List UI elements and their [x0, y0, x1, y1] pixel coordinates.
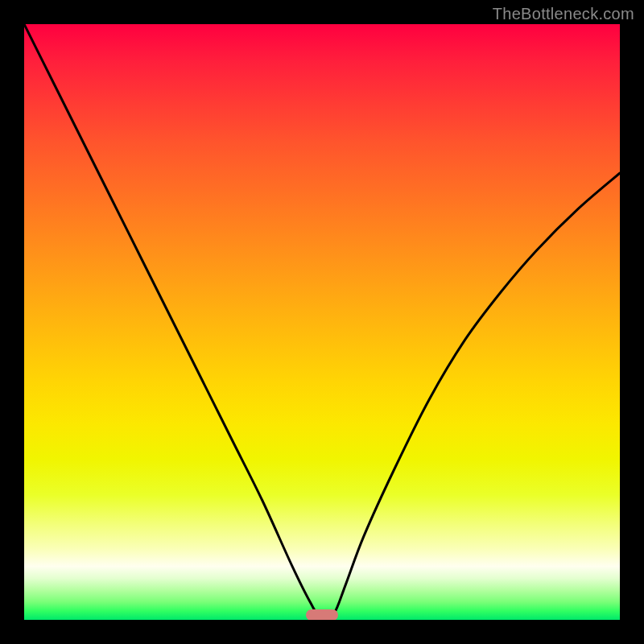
chart-frame: TheBottleneck.com	[0, 0, 644, 644]
watermark-text: TheBottleneck.com	[493, 5, 634, 23]
optimal-marker	[306, 609, 338, 620]
curve-layer	[24, 24, 620, 620]
plot-area	[24, 24, 620, 620]
mismatch-curve	[24, 24, 620, 620]
